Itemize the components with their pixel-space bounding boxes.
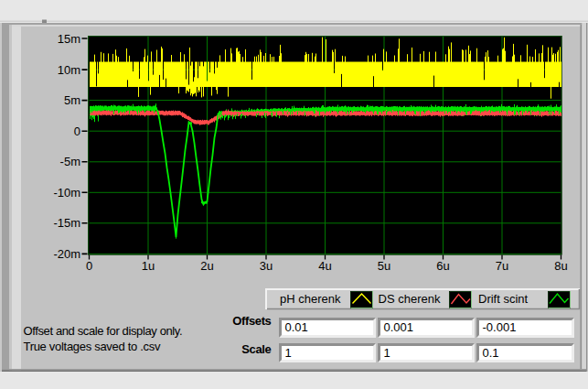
svg-text:-5m: -5m [60, 155, 80, 168]
svg-text:10m: 10m [58, 63, 80, 77]
svg-text:4u: 4u [318, 259, 331, 273]
svg-text:0: 0 [74, 124, 80, 138]
svg-text:pH cherenk: pH cherenk [280, 292, 341, 306]
svg-text:True voltages saved to .csv: True voltages saved to .csv [24, 340, 161, 353]
svg-text:-15m: -15m [53, 216, 80, 230]
svg-text:1u: 1u [142, 259, 155, 273]
svg-text:5m: 5m [64, 93, 80, 107]
svg-text:Scale: Scale [241, 342, 271, 356]
svg-text:Drift scint: Drift scint [478, 292, 529, 306]
svg-text:-10m: -10m [53, 186, 80, 200]
svg-text:-20m: -20m [53, 247, 80, 261]
svg-text:DS cherenk: DS cherenk [379, 292, 441, 306]
svg-text:5u: 5u [378, 259, 390, 273]
svg-text:6u: 6u [436, 259, 449, 273]
svg-text:8u: 8u [554, 259, 567, 273]
svg-text:15m: 15m [58, 32, 80, 46]
svg-text:2u: 2u [200, 259, 213, 273]
svg-text:3u: 3u [260, 259, 273, 273]
svg-text:Offsets: Offsets [232, 314, 271, 328]
svg-text:Offset and scale for display o: Offset and scale for display only. [24, 324, 183, 338]
svg-text:7u: 7u [496, 259, 508, 273]
svg-text:0: 0 [86, 259, 92, 273]
